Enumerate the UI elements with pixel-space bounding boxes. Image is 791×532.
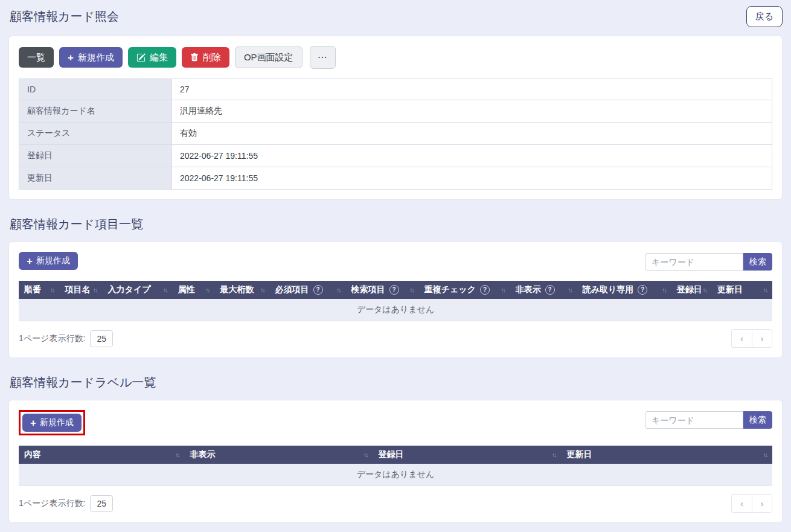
rows-per-page-label: 1ページ表示行数: [19, 498, 85, 509]
column-header-created[interactable]: 登録日↑↓ [373, 446, 562, 464]
items-create-button-label: 新規作成 [36, 255, 70, 266]
trash-icon [190, 53, 199, 62]
chevron-left-icon: ‹ [740, 333, 743, 344]
column-header-input-type[interactable]: 入力タイプ↑↓ [103, 281, 173, 299]
delete-button[interactable]: 削除 [182, 47, 229, 68]
column-header-required[interactable]: 必須項目?↑↓ [270, 281, 346, 299]
op-screen-settings-button[interactable]: OP画面設定 [235, 46, 303, 69]
items-search-button[interactable]: 検索 [743, 253, 772, 271]
labels-table-footer: 1ページ表示行数: ‹ › [19, 494, 772, 513]
labels-panel: + 新規作成 検索 内容↑↓ 非表示↑↓ 登録日↑↓ 更新日↑↓ デ [8, 400, 783, 523]
labels-prev-page-button[interactable]: ‹ [731, 494, 752, 513]
chevron-right-icon: › [761, 333, 764, 344]
column-label: 更新日 [717, 284, 743, 295]
sort-icon: ↑↓ [568, 286, 572, 293]
help-icon[interactable]: ? [545, 285, 555, 295]
detail-value: 汎用連絡先 [172, 100, 772, 123]
sort-icon: ↑↓ [336, 286, 341, 293]
detail-row-status: ステータス 有効 [19, 123, 772, 145]
column-header-hidden[interactable]: 非表示↑↓ [185, 446, 373, 464]
items-create-button[interactable]: + 新規作成 [19, 252, 78, 270]
pencil-square-icon [136, 53, 146, 62]
column-label: 内容 [24, 449, 41, 460]
labels-create-button[interactable]: + 新規作成 [22, 414, 82, 432]
detail-row-id: ID 27 [19, 79, 772, 100]
back-button[interactable]: 戻る [746, 6, 783, 27]
labels-rows-per-page-input[interactable] [90, 495, 113, 512]
column-label: 検索項目 [351, 284, 385, 295]
edit-button[interactable]: 編集 [128, 47, 176, 68]
create-button[interactable]: + 新規作成 [59, 47, 123, 68]
ellipsis-icon: ⋯ [318, 51, 328, 63]
detail-value: 2022-06-27 19:11:55 [172, 145, 772, 167]
help-icon[interactable]: ? [313, 285, 323, 295]
column-header-readonly[interactable]: 読み取り専用?↑↓ [577, 281, 671, 299]
sort-icon: ↑↓ [763, 286, 767, 293]
sort-icon: ↑↓ [163, 286, 167, 293]
labels-next-page-button[interactable]: › [752, 494, 772, 513]
column-label: 非表示 [190, 449, 216, 460]
detail-value: 27 [172, 79, 772, 100]
items-empty-message: データはありません [19, 299, 772, 321]
column-header-updated[interactable]: 更新日↑↓ [712, 281, 772, 299]
sort-icon: ↑↓ [552, 451, 556, 458]
column-header-hidden[interactable]: 非表示?↑↓ [510, 281, 577, 299]
items-panel-toolbar: + 新規作成 検索 [19, 252, 772, 271]
items-prev-page-button[interactable]: ‹ [731, 329, 752, 348]
sort-icon: ↑↓ [409, 286, 414, 293]
items-table-header-row: 順番↑↓ 項目名↑↓ 入力タイプ↑↓ 属性↑↓ 最大桁数↑↓ 必須項目?↑↓ 検… [19, 281, 772, 299]
labels-section-title: 顧客情報カードラベル一覧 [10, 374, 783, 391]
items-search-group: 検索 [645, 253, 772, 271]
detail-label: 登録日 [19, 145, 172, 167]
column-label: 必須項目 [275, 284, 309, 295]
column-label: 登録日 [379, 449, 404, 460]
items-next-page-button[interactable]: › [752, 329, 772, 348]
sort-icon: ↑↓ [205, 286, 210, 293]
labels-empty-row: データはありません [19, 464, 772, 486]
column-label: 順番 [24, 284, 41, 295]
items-search-input[interactable] [645, 253, 743, 271]
column-header-attribute[interactable]: 属性↑↓ [173, 281, 215, 299]
sort-icon: ↑↓ [363, 451, 368, 458]
list-button[interactable]: 一覧 [19, 47, 54, 68]
column-header-updated[interactable]: 更新日↑↓ [562, 446, 772, 464]
labels-search-input[interactable] [645, 411, 743, 429]
column-label: 項目名 [65, 284, 90, 295]
labels-search-button[interactable]: 検索 [743, 411, 772, 429]
items-table: 順番↑↓ 項目名↑↓ 入力タイプ↑↓ 属性↑↓ 最大桁数↑↓ 必須項目?↑↓ 検… [19, 281, 772, 321]
more-button[interactable]: ⋯ [310, 46, 336, 69]
detail-value: 2022-06-27 19:11:55 [172, 167, 772, 190]
column-header-searchable[interactable]: 検索項目?↑↓ [346, 281, 419, 299]
labels-panel-toolbar: + 新規作成 検索 [19, 410, 772, 435]
help-icon[interactable]: ? [638, 285, 647, 295]
items-rows-per-page: 1ページ表示行数: [19, 330, 113, 347]
detail-value: 有効 [172, 123, 772, 145]
red-highlight-box: + 新規作成 [19, 410, 85, 435]
column-header-max-digits[interactable]: 最大桁数↑↓ [214, 281, 269, 299]
help-icon[interactable]: ? [480, 285, 490, 295]
items-rows-per-page-input[interactable] [90, 330, 113, 347]
column-label: 最大桁数 [220, 284, 254, 295]
labels-rows-per-page: 1ページ表示行数: [19, 495, 113, 512]
items-panel: + 新規作成 検索 順番↑↓ 項目名↑↓ 入力タイプ↑↓ 属性↑↓ 最大桁数↑↓… [8, 242, 783, 358]
detail-label: ステータス [19, 123, 172, 145]
page-title: 顧客情報カード照会 [10, 8, 119, 25]
help-icon[interactable]: ? [389, 285, 399, 295]
sort-icon: ↑↓ [501, 286, 505, 293]
items-empty-row: データはありません [19, 299, 772, 321]
rows-per-page-label: 1ページ表示行数: [19, 333, 85, 344]
detail-row-updated: 更新日 2022-06-27 19:11:55 [19, 167, 772, 190]
labels-create-button-label: 新規作成 [40, 417, 74, 428]
detail-label: 更新日 [19, 167, 172, 190]
detail-table: ID 27 顧客情報カード名 汎用連絡先 ステータス 有効 登録日 2022-0… [19, 79, 772, 190]
column-header-item-name[interactable]: 項目名↑↓ [59, 281, 102, 299]
labels-empty-message: データはありません [19, 464, 772, 486]
column-header-content[interactable]: 内容↑↓ [19, 446, 185, 464]
detail-label: ID [19, 79, 172, 100]
column-header-created[interactable]: 登録日↑↓ [671, 281, 712, 299]
column-label: 非表示 [516, 284, 541, 295]
column-header-order[interactable]: 順番↑↓ [19, 281, 59, 299]
column-header-duplicate-check[interactable]: 重複チェック?↑↓ [419, 281, 510, 299]
delete-button-label: 削除 [203, 52, 221, 63]
plus-icon: + [27, 256, 33, 266]
